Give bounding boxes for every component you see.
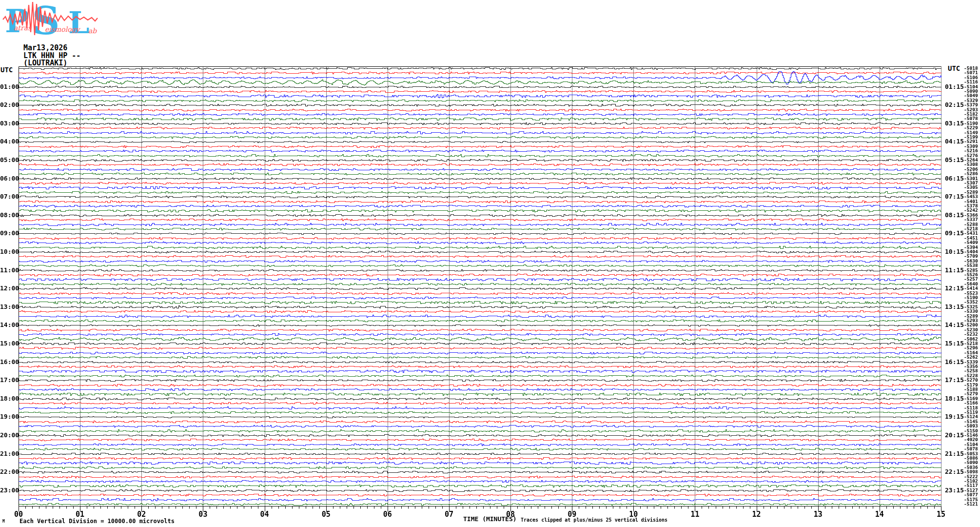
minute-tick-label: 00 (12, 511, 25, 518)
hour-label-left: 08:00 (0, 211, 18, 219)
minute-tick-label: 05 (319, 511, 333, 518)
hour-label-left: 05:00 (0, 156, 18, 164)
hour-label-left: 23:00 (0, 486, 18, 494)
hour-label-left: 06:00 (0, 175, 18, 182)
hour-label-left: 02:00 (0, 101, 18, 109)
minute-tick-label: 07 (442, 511, 456, 518)
minute-tick-label: 01 (73, 511, 87, 518)
minute-tick-label: 04 (258, 511, 272, 518)
helicorder-canvas (0, 0, 980, 527)
hour-label-left: 11:00 (0, 266, 18, 274)
hour-label-left: 17:00 (0, 376, 18, 384)
time-axis-title: TIME (MINUTES) (463, 515, 517, 523)
hour-label-left: 21:00 (0, 450, 18, 458)
minute-tick-label: 03 (196, 511, 210, 518)
hour-label-left: 03:00 (0, 120, 18, 127)
hour-label-left: 12:00 (0, 284, 18, 292)
scale-marker: M (2, 519, 5, 524)
helicorder-page: P S L atras eismology ab Mar13,2026 LTK … (0, 0, 980, 527)
hour-label-left: 20:00 (0, 431, 18, 439)
hour-label-left: 13:00 (0, 303, 18, 311)
minute-tick-label: 14 (873, 511, 886, 518)
hour-label-left: 16:00 (0, 358, 18, 366)
hour-label-left: 18:00 (0, 395, 18, 403)
minute-tick-label: 13 (811, 511, 825, 518)
scale-note: Each Vertical Division = 10000.00 microv… (20, 518, 175, 525)
minute-tick-label: 15 (934, 511, 948, 518)
hour-label-left: 14:00 (0, 321, 18, 329)
hour-label-left: 09:00 (0, 229, 18, 237)
trace-offset-value: -5121 (964, 502, 978, 507)
hour-label-left: 19:00 (0, 413, 18, 421)
minute-tick-label: 06 (381, 511, 394, 518)
minute-tick-label: 02 (135, 511, 148, 518)
hour-label-left: 01:00 (0, 83, 18, 91)
hour-label-left: 04:00 (0, 138, 18, 145)
minute-tick-label: 11 (688, 511, 702, 518)
minute-tick-label: 12 (750, 511, 764, 518)
hour-label-left: 15:00 (0, 340, 18, 347)
hour-label-left: 10:00 (0, 248, 18, 256)
hour-label-left: 22:00 (0, 468, 18, 476)
clip-note: Traces clipped at plus/minus 25 vertical… (521, 517, 667, 523)
hour-label-left: 07:00 (0, 193, 18, 201)
